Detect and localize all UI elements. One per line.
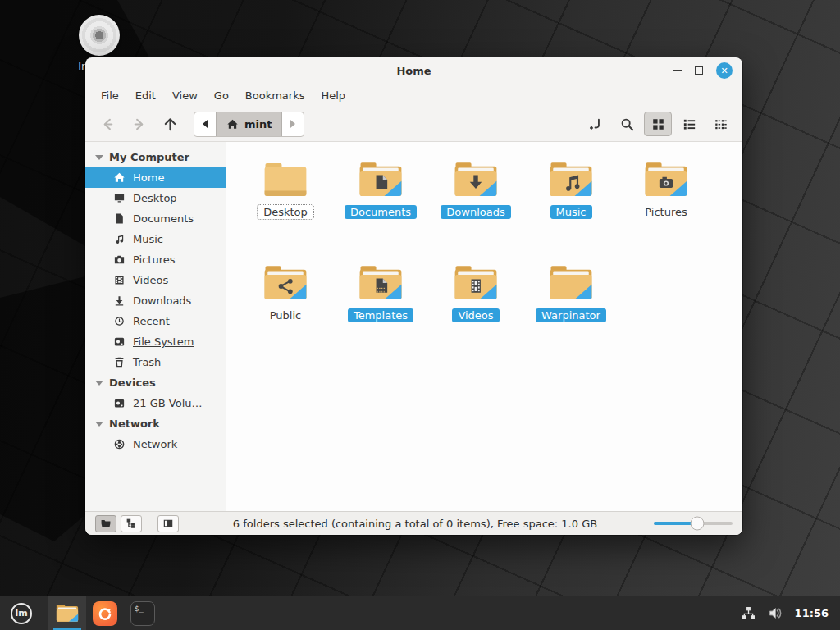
- forward-button[interactable]: [125, 112, 153, 136]
- file-item-documents[interactable]: Documents: [333, 160, 428, 263]
- show-treeview-button[interactable]: [121, 515, 142, 532]
- menubar: File Edit View Go Bookmarks Help: [85, 84, 742, 107]
- chevron-down-icon: [95, 155, 103, 160]
- folder-videos-icon: [452, 263, 500, 303]
- system-tray: 11:56: [741, 605, 840, 621]
- sidebar-item-videos[interactable]: Videos: [85, 270, 226, 290]
- close-button[interactable]: ✕: [716, 62, 733, 79]
- path-segment-home[interactable]: mint: [216, 112, 282, 136]
- terminal-icon: $_: [130, 601, 155, 626]
- zoom-slider[interactable]: [654, 522, 733, 525]
- folder-public-icon: [262, 263, 309, 303]
- sidebar-header-network[interactable]: Network: [85, 413, 226, 434]
- taskbar-separator: [43, 601, 43, 626]
- minimize-icon: [673, 70, 682, 71]
- menu-edit[interactable]: Edit: [128, 87, 163, 104]
- document-icon: [113, 212, 126, 225]
- folder-pictures-icon: [642, 160, 690, 199]
- clock-icon: [113, 315, 126, 327]
- folder-icon: [262, 160, 309, 199]
- search-button[interactable]: [613, 112, 641, 136]
- sidebar-item-network[interactable]: Network: [85, 434, 226, 454]
- camera-icon: [113, 253, 126, 266]
- menu-help[interactable]: Help: [313, 87, 353, 104]
- folder-downloads-icon: [452, 160, 500, 199]
- home-icon: [226, 118, 239, 130]
- list-view-button[interactable]: [675, 112, 703, 136]
- file-manager-window: Home ✕ File Edit View Go Bookmarks Help: [85, 57, 742, 535]
- path-segment-label: mint: [244, 118, 272, 130]
- home-icon: [113, 171, 126, 184]
- show-places-button[interactable]: [95, 515, 116, 532]
- maximize-button[interactable]: [695, 66, 703, 75]
- mint-menu-button[interactable]: lm: [0, 596, 43, 630]
- path-forward-arrow[interactable]: [282, 112, 304, 136]
- desktop: Install... Home ✕ File Edit View Go Book…: [0, 0, 840, 630]
- menu-file[interactable]: File: [94, 87, 126, 104]
- zoom-slider-handle[interactable]: [690, 517, 704, 531]
- minimize-button[interactable]: [673, 70, 682, 71]
- titlebar[interactable]: Home ✕: [85, 57, 742, 84]
- file-item-music[interactable]: Music: [523, 160, 619, 263]
- sidebar-item-file-system[interactable]: File System: [85, 331, 226, 352]
- menu-go[interactable]: Go: [207, 87, 236, 104]
- menu-view[interactable]: View: [165, 87, 205, 104]
- back-button[interactable]: [94, 112, 121, 136]
- sidebar-header-devices[interactable]: Devices: [85, 372, 226, 393]
- file-item-downloads[interactable]: Downloads: [428, 160, 523, 263]
- hide-sidebar-button[interactable]: [158, 515, 179, 532]
- mint-logo-icon: lm: [11, 603, 32, 624]
- folder-documents-icon: [357, 160, 404, 199]
- cd-disc-icon: [79, 15, 120, 56]
- folder-icon: [547, 263, 595, 303]
- sidebar-item-pictures[interactable]: Pictures: [85, 249, 226, 270]
- sidebar-item-home[interactable]: Home: [85, 167, 226, 188]
- sidebar-header-my-computer[interactable]: My Computer: [85, 147, 226, 167]
- statusbar: 6 folders selected (containing a total o…: [85, 511, 742, 535]
- compact-view-button[interactable]: [706, 112, 734, 136]
- sidebar-item-music[interactable]: Music: [85, 229, 226, 249]
- sidebar: My Computer Home Desktop Documents Music: [85, 142, 226, 511]
- clock[interactable]: 11:56: [795, 607, 829, 619]
- network-icon[interactable]: [741, 605, 756, 621]
- trash-icon: [113, 356, 126, 368]
- taskbar-files-button[interactable]: [48, 596, 86, 630]
- sidebar-item-volume[interactable]: 21 GB Volu…: [85, 393, 226, 413]
- window-title: Home: [85, 65, 742, 77]
- volume-icon[interactable]: [768, 605, 783, 621]
- right-triangle-icon: [289, 119, 297, 129]
- taskbar-firefox-button[interactable]: [86, 596, 124, 630]
- chevron-down-icon: [95, 422, 103, 427]
- folder-templates-icon: [357, 263, 404, 303]
- toggle-location-entry-button[interactable]: [582, 112, 609, 136]
- menu-bookmarks[interactable]: Bookmarks: [238, 87, 313, 104]
- icon-view-button[interactable]: [644, 112, 672, 136]
- file-item-videos[interactable]: Videos: [428, 263, 523, 367]
- sidebar-item-trash[interactable]: Trash: [85, 352, 226, 372]
- sidebar-item-documents[interactable]: Documents: [85, 208, 226, 229]
- file-item-pictures[interactable]: Pictures: [619, 160, 714, 263]
- toolbar: mint: [85, 107, 742, 141]
- chevron-down-icon: [95, 381, 103, 386]
- file-item-templates[interactable]: Templates: [333, 263, 428, 367]
- music-note-icon: [113, 233, 126, 245]
- taskbar: lm $_ 11:56: [0, 596, 840, 630]
- path-back-arrow[interactable]: [194, 112, 216, 136]
- left-triangle-icon: [201, 119, 209, 129]
- film-icon: [113, 274, 126, 286]
- taskbar-terminal-button[interactable]: $_: [124, 596, 162, 630]
- desktop-icon: [113, 192, 126, 204]
- up-button[interactable]: [156, 112, 184, 136]
- file-view[interactable]: Desktop Documents Downloads Music: [226, 142, 742, 511]
- file-item-warpinator[interactable]: Warpinator: [523, 263, 619, 367]
- file-item-public[interactable]: Public: [238, 263, 333, 367]
- sidebar-item-desktop[interactable]: Desktop: [85, 188, 226, 208]
- sidebar-item-downloads[interactable]: Downloads: [85, 290, 226, 311]
- hard-drive-icon: [113, 336, 126, 348]
- status-text: 6 folders selected (containing a total o…: [183, 518, 647, 530]
- file-item-desktop[interactable]: Desktop: [238, 160, 333, 263]
- close-icon: ✕: [720, 66, 728, 76]
- file-manager-icon: [55, 603, 80, 623]
- download-arrow-icon: [113, 294, 126, 307]
- sidebar-item-recent[interactable]: Recent: [85, 311, 226, 331]
